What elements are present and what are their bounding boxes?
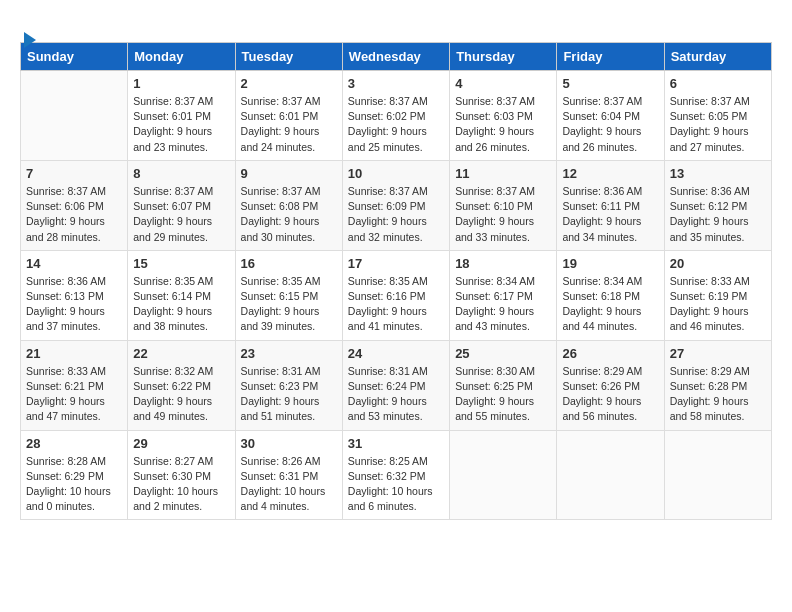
calendar-cell: 25Sunrise: 8:30 AMSunset: 6:25 PMDayligh…: [450, 340, 557, 430]
day-number: 30: [241, 436, 337, 451]
calendar-cell: 6Sunrise: 8:37 AMSunset: 6:05 PMDaylight…: [664, 71, 771, 161]
calendar-cell: [557, 430, 664, 520]
weekday-header-wednesday: Wednesday: [342, 43, 449, 71]
calendar-cell: 20Sunrise: 8:33 AMSunset: 6:19 PMDayligh…: [664, 250, 771, 340]
day-number: 7: [26, 166, 122, 181]
day-info: Sunrise: 8:29 AMSunset: 6:28 PMDaylight:…: [670, 364, 766, 425]
day-number: 10: [348, 166, 444, 181]
day-number: 25: [455, 346, 551, 361]
day-info: Sunrise: 8:30 AMSunset: 6:25 PMDaylight:…: [455, 364, 551, 425]
calendar-week-row: 7Sunrise: 8:37 AMSunset: 6:06 PMDaylight…: [21, 160, 772, 250]
calendar-week-row: 1Sunrise: 8:37 AMSunset: 6:01 PMDaylight…: [21, 71, 772, 161]
day-info: Sunrise: 8:33 AMSunset: 6:21 PMDaylight:…: [26, 364, 122, 425]
day-number: 22: [133, 346, 229, 361]
day-number: 14: [26, 256, 122, 271]
day-info: Sunrise: 8:36 AMSunset: 6:11 PMDaylight:…: [562, 184, 658, 245]
day-number: 5: [562, 76, 658, 91]
day-number: 26: [562, 346, 658, 361]
calendar-cell: 30Sunrise: 8:26 AMSunset: 6:31 PMDayligh…: [235, 430, 342, 520]
day-number: 11: [455, 166, 551, 181]
calendar-cell: 29Sunrise: 8:27 AMSunset: 6:30 PMDayligh…: [128, 430, 235, 520]
day-info: Sunrise: 8:37 AMSunset: 6:05 PMDaylight:…: [670, 94, 766, 155]
day-info: Sunrise: 8:37 AMSunset: 6:09 PMDaylight:…: [348, 184, 444, 245]
day-info: Sunrise: 8:37 AMSunset: 6:08 PMDaylight:…: [241, 184, 337, 245]
calendar-cell: 4Sunrise: 8:37 AMSunset: 6:03 PMDaylight…: [450, 71, 557, 161]
calendar-week-row: 28Sunrise: 8:28 AMSunset: 6:29 PMDayligh…: [21, 430, 772, 520]
calendar-cell: 28Sunrise: 8:28 AMSunset: 6:29 PMDayligh…: [21, 430, 128, 520]
day-info: Sunrise: 8:37 AMSunset: 6:07 PMDaylight:…: [133, 184, 229, 245]
calendar-cell: 5Sunrise: 8:37 AMSunset: 6:04 PMDaylight…: [557, 71, 664, 161]
calendar-cell: 22Sunrise: 8:32 AMSunset: 6:22 PMDayligh…: [128, 340, 235, 430]
page-header: [20, 16, 772, 32]
calendar-cell: 17Sunrise: 8:35 AMSunset: 6:16 PMDayligh…: [342, 250, 449, 340]
logo-arrow-icon: [24, 32, 36, 48]
calendar-cell: 2Sunrise: 8:37 AMSunset: 6:01 PMDaylight…: [235, 71, 342, 161]
calendar-cell: [664, 430, 771, 520]
calendar-week-row: 21Sunrise: 8:33 AMSunset: 6:21 PMDayligh…: [21, 340, 772, 430]
calendar-cell: 26Sunrise: 8:29 AMSunset: 6:26 PMDayligh…: [557, 340, 664, 430]
day-info: Sunrise: 8:37 AMSunset: 6:06 PMDaylight:…: [26, 184, 122, 245]
day-info: Sunrise: 8:25 AMSunset: 6:32 PMDaylight:…: [348, 454, 444, 515]
day-number: 21: [26, 346, 122, 361]
day-info: Sunrise: 8:36 AMSunset: 6:13 PMDaylight:…: [26, 274, 122, 335]
calendar-table: SundayMondayTuesdayWednesdayThursdayFrid…: [20, 42, 772, 520]
calendar-cell: 21Sunrise: 8:33 AMSunset: 6:21 PMDayligh…: [21, 340, 128, 430]
day-number: 2: [241, 76, 337, 91]
day-info: Sunrise: 8:27 AMSunset: 6:30 PMDaylight:…: [133, 454, 229, 515]
day-number: 18: [455, 256, 551, 271]
day-number: 12: [562, 166, 658, 181]
calendar-week-row: 14Sunrise: 8:36 AMSunset: 6:13 PMDayligh…: [21, 250, 772, 340]
calendar-cell: 3Sunrise: 8:37 AMSunset: 6:02 PMDaylight…: [342, 71, 449, 161]
day-info: Sunrise: 8:37 AMSunset: 6:02 PMDaylight:…: [348, 94, 444, 155]
weekday-header-sunday: Sunday: [21, 43, 128, 71]
page-container: SundayMondayTuesdayWednesdayThursdayFrid…: [0, 0, 792, 530]
day-info: Sunrise: 8:32 AMSunset: 6:22 PMDaylight:…: [133, 364, 229, 425]
calendar-cell: 18Sunrise: 8:34 AMSunset: 6:17 PMDayligh…: [450, 250, 557, 340]
day-number: 27: [670, 346, 766, 361]
calendar-cell: 15Sunrise: 8:35 AMSunset: 6:14 PMDayligh…: [128, 250, 235, 340]
calendar-cell: 8Sunrise: 8:37 AMSunset: 6:07 PMDaylight…: [128, 160, 235, 250]
logo: [20, 16, 110, 32]
calendar-cell: [21, 71, 128, 161]
day-info: Sunrise: 8:33 AMSunset: 6:19 PMDaylight:…: [670, 274, 766, 335]
day-info: Sunrise: 8:34 AMSunset: 6:18 PMDaylight:…: [562, 274, 658, 335]
calendar-cell: 13Sunrise: 8:36 AMSunset: 6:12 PMDayligh…: [664, 160, 771, 250]
day-number: 1: [133, 76, 229, 91]
calendar-cell: 24Sunrise: 8:31 AMSunset: 6:24 PMDayligh…: [342, 340, 449, 430]
day-info: Sunrise: 8:31 AMSunset: 6:23 PMDaylight:…: [241, 364, 337, 425]
day-number: 4: [455, 76, 551, 91]
calendar-cell: 10Sunrise: 8:37 AMSunset: 6:09 PMDayligh…: [342, 160, 449, 250]
calendar-cell: 11Sunrise: 8:37 AMSunset: 6:10 PMDayligh…: [450, 160, 557, 250]
day-number: 23: [241, 346, 337, 361]
day-number: 29: [133, 436, 229, 451]
calendar-cell: 23Sunrise: 8:31 AMSunset: 6:23 PMDayligh…: [235, 340, 342, 430]
day-number: 16: [241, 256, 337, 271]
calendar-cell: 1Sunrise: 8:37 AMSunset: 6:01 PMDaylight…: [128, 71, 235, 161]
day-number: 6: [670, 76, 766, 91]
day-number: 28: [26, 436, 122, 451]
day-number: 17: [348, 256, 444, 271]
weekday-header-tuesday: Tuesday: [235, 43, 342, 71]
weekday-header-saturday: Saturday: [664, 43, 771, 71]
day-info: Sunrise: 8:35 AMSunset: 6:14 PMDaylight:…: [133, 274, 229, 335]
day-info: Sunrise: 8:35 AMSunset: 6:16 PMDaylight:…: [348, 274, 444, 335]
day-number: 31: [348, 436, 444, 451]
calendar-cell: 7Sunrise: 8:37 AMSunset: 6:06 PMDaylight…: [21, 160, 128, 250]
calendar-cell: 27Sunrise: 8:29 AMSunset: 6:28 PMDayligh…: [664, 340, 771, 430]
weekday-header-friday: Friday: [557, 43, 664, 71]
day-info: Sunrise: 8:35 AMSunset: 6:15 PMDaylight:…: [241, 274, 337, 335]
day-info: Sunrise: 8:31 AMSunset: 6:24 PMDaylight:…: [348, 364, 444, 425]
weekday-header-row: SundayMondayTuesdayWednesdayThursdayFrid…: [21, 43, 772, 71]
calendar-cell: 12Sunrise: 8:36 AMSunset: 6:11 PMDayligh…: [557, 160, 664, 250]
day-number: 19: [562, 256, 658, 271]
day-number: 24: [348, 346, 444, 361]
calendar-cell: 14Sunrise: 8:36 AMSunset: 6:13 PMDayligh…: [21, 250, 128, 340]
day-info: Sunrise: 8:37 AMSunset: 6:04 PMDaylight:…: [562, 94, 658, 155]
day-number: 20: [670, 256, 766, 271]
calendar-cell: 16Sunrise: 8:35 AMSunset: 6:15 PMDayligh…: [235, 250, 342, 340]
day-number: 8: [133, 166, 229, 181]
day-info: Sunrise: 8:37 AMSunset: 6:03 PMDaylight:…: [455, 94, 551, 155]
day-number: 9: [241, 166, 337, 181]
calendar-cell: 19Sunrise: 8:34 AMSunset: 6:18 PMDayligh…: [557, 250, 664, 340]
day-number: 13: [670, 166, 766, 181]
